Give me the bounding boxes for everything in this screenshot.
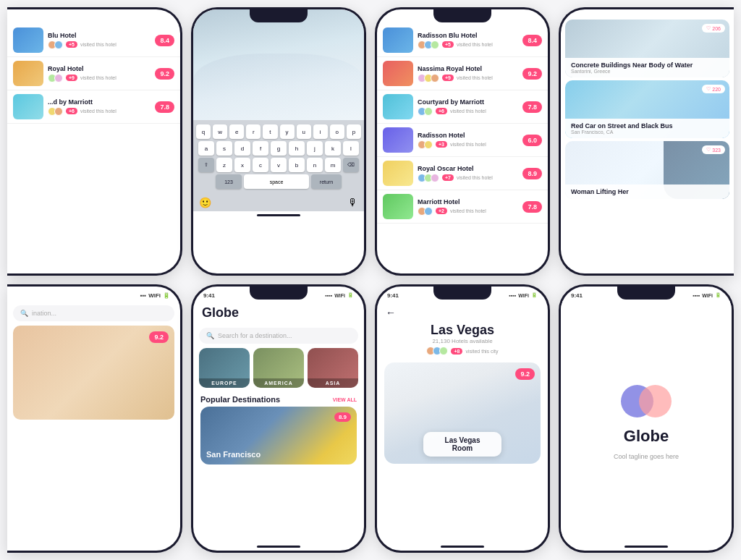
phone-las-vegas: 9:41 ▪▪▪▪ WiFi 🔋 ← Las Vegas 21,130 Hote… [375,284,550,553]
hotel-name: Radisson Blu Hotel [418,32,518,39]
destination-card-2[interactable]: ♡220 Red Car on Street and Black Bus San… [565,80,729,138]
rating-badge: 9.2 [155,68,174,80]
key-v[interactable]: v [271,158,287,172]
view-all-button[interactable]: VIEW ALL [333,397,357,402]
search-placeholder: ination... [32,310,56,317]
section-header-popular: Popular Destinations VIEW ALL [193,391,364,407]
key-space[interactable]: space [244,174,309,189]
hotel-item: Royal Hotel +9 visited this hotel 9.2 [7,57,180,90]
home-indicator [257,214,300,216]
key-h[interactable]: h [289,141,305,156]
key-y[interactable]: y [280,124,295,139]
card-subtitle-1: Santorini, Greece [571,69,724,74]
key-w[interactable]: w [213,124,227,139]
key-x[interactable]: x [234,158,250,172]
keyboard-row-2: a s d f g h j k l [196,141,361,156]
hotel-item[interactable]: Marriott Hotel +2 visited this hotel 7.8 [377,190,548,224]
hotel-item[interactable]: Radisson Blu Hotel +5 visited this hotel… [377,24,548,57]
key-o[interactable]: o [330,124,344,139]
hotel-name: Radisson Hotel [418,132,518,139]
key-q[interactable]: q [196,124,211,139]
card-subtitle-2: San Francisco, CA [571,130,724,135]
rating-badge: 8.4 [522,35,542,46]
hotels-count: 21,130 Hotels available [377,338,548,344]
key-k[interactable]: k [325,141,341,156]
globe-logo-circles [617,383,675,420]
search-bar[interactable]: 🔍 ination... [13,305,174,321]
key-s[interactable]: s [216,141,232,156]
search-bar[interactable]: 🔍 Search for a destination... [199,328,358,344]
city-card: Las Vegas Room 9.2 [384,362,541,464]
region-america[interactable]: AMERICA [253,348,304,388]
hotel-list: Radisson Blu Hotel +5 visited this hotel… [377,24,548,224]
hotel-name: Blu Hotel [48,32,151,39]
time: 9:41 [571,292,583,299]
hotel-name: ...d by Marriott [48,98,151,106]
destination-card-3[interactable]: ♡323 Woman Lifting Her [565,141,729,199]
status-icons: ▪▪▪▪ WiFi 🔋 [325,292,354,298]
city-info: Las Vegas 21,130 Hotels available +8 vis… [377,320,548,358]
key-m[interactable]: m [325,158,341,172]
key-t[interactable]: t [263,124,277,139]
likes-badge-2: ♡220 [702,85,725,93]
emoji-icon[interactable]: 🙂 [199,197,211,208]
key-a[interactable]: a [198,141,214,156]
hotel-name: Nassima Royal Hotel [418,65,518,72]
hotel-item[interactable]: Courtyard by Marriott +6 visited this ho… [377,90,548,124]
time: 9:41 [387,292,399,299]
key-g[interactable]: g [271,141,287,156]
phone-destinations: ♡206 Concrete Buildings Near Body of Wat… [559,7,734,276]
key-i[interactable]: i [313,124,328,139]
key-d[interactable]: d [234,141,250,156]
key-123[interactable]: 123 [216,174,242,189]
key-l[interactable]: l [343,141,359,156]
destination-card-1[interactable]: ♡206 Concrete Buildings Near Body of Wat… [565,20,729,77]
key-j[interactable]: j [307,141,323,156]
rating-badge: 8.4 [155,35,174,46]
card-info-1: Concrete Buildings Near Body of Water Sa… [565,58,729,77]
card-title-3: Woman Lifting Her [571,188,724,195]
likes-badge-3: ♡323 [702,145,725,154]
notch [433,287,491,300]
key-z[interactable]: z [216,158,232,172]
hotel-item[interactable]: Royal Oscar Hotel +7 visited this hotel … [377,157,548,190]
key-n[interactable]: n [307,158,323,172]
key-p[interactable]: p [347,124,361,139]
rating-badge: 8.9 [522,168,542,179]
rating-badge: 6.0 [522,135,542,146]
sf-rating: 8.9 [334,412,351,422]
back-button[interactable]: ← [377,301,548,320]
phone-globe-main: 9:41 ▪▪▪▪ WiFi 🔋 Globe 🔍 Search for a de… [191,284,366,553]
card-info-2: Red Car on Street and Black Bus San Fran… [565,119,729,138]
status-icons: ▪▪▪▪ WiFi 🔋 [693,292,721,298]
key-e[interactable]: e [229,124,244,139]
key-b[interactable]: b [289,158,305,172]
key-c[interactable]: c [253,158,268,172]
card-title-1: Concrete Buildings Near Body of Water [571,61,724,69]
notch [250,287,308,300]
key-delete[interactable]: ⌫ [343,158,359,172]
notch [617,287,675,300]
key-shift[interactable]: ⇧ [198,158,214,172]
keyboard-bottom: 🙂 🎙 [193,194,364,211]
hotel-name: Royal Oscar Hotel [418,165,518,172]
hotel-item[interactable]: Nassima Royal Hotel +9 visited this hote… [377,57,548,90]
hotel-item[interactable]: Radisson Hotel +3 visited this hotel 6.0 [377,124,548,157]
time: 9:41 [203,292,215,299]
partial-rating: 9.2 [149,331,169,343]
mic-icon[interactable]: 🎙 [348,197,358,208]
key-r[interactable]: r [246,124,261,139]
key-return[interactable]: return [311,174,342,189]
home-indicator [624,546,668,548]
sf-destination-card[interactable]: 8.9 San Francisco [200,407,357,464]
sf-card-info: San Francisco [206,450,261,459]
region-asia[interactable]: ASIA [308,348,358,388]
rating-badge: 7.8 [155,101,174,113]
region-label-america: AMERICA [253,378,304,388]
region-label-asia: ASIA [308,378,358,388]
region-europe[interactable]: EUROPE [199,348,250,388]
key-f[interactable]: f [253,141,268,156]
hotel-name: Royal Hotel [48,65,151,72]
city-name: Las Vegas [377,323,548,338]
key-u[interactable]: u [297,124,311,139]
